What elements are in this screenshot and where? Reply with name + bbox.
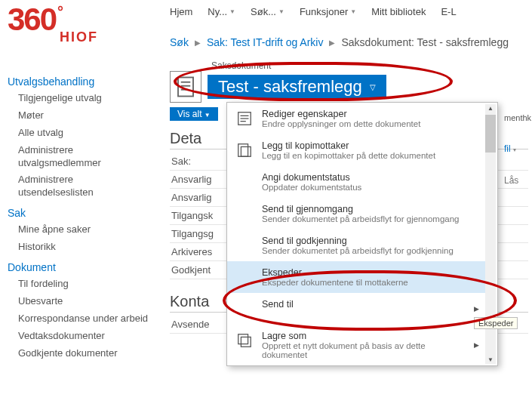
sidebar-item[interactable]: Mine åpne saker <box>18 223 151 236</box>
chevron-right-icon: ▶ <box>474 341 479 349</box>
menu-title: Rediger egenskaper <box>262 109 420 119</box>
menu-desc: Legg til en kopimottaker på dette dokume… <box>262 151 435 160</box>
sidebar-item[interactable]: Korrespondanse under arbeid <box>18 313 151 325</box>
sidebar-section-sak[interactable]: Sak <box>8 207 151 219</box>
right-frag-fil[interactable]: fil ▾ <box>504 143 530 154</box>
menu-title: Send til gjennomgang <box>262 204 459 214</box>
menu-desc: Ekspeder dokumentene til mottakerne <box>262 278 408 287</box>
doc-title-row: Test - saksfremlegg ▽ <box>170 71 528 103</box>
menu-desc: Sender dokumentet på arbeidsflyt for god… <box>262 246 454 255</box>
sidebar-item[interactable]: Vedtaksdokumenter <box>18 330 151 343</box>
right-frag: Lås <box>504 175 530 186</box>
chevron-down-icon: ▼ <box>204 112 211 119</box>
vis-alt-button[interactable]: Vis alt ▼ <box>170 107 218 121</box>
sidebar-item[interactable]: Godkjente dokumenter <box>18 347 151 360</box>
breadcrumb-current: Saksdokument: Test - saksfremlegg <box>341 36 509 48</box>
properties-icon <box>235 109 254 128</box>
nav-label: Mitt bibliotek <box>371 6 426 17</box>
sidebar-item[interactable]: Administrere utsendelseslisten <box>18 174 151 199</box>
nav-mitt-bibliotek[interactable]: Mitt bibliotek <box>371 6 426 17</box>
nav-sok[interactable]: Søk...▼ <box>251 6 284 17</box>
document-icon <box>170 71 201 103</box>
nav-label: Funksjoner <box>300 6 348 17</box>
right-frag: menthk <box>504 113 530 122</box>
nav-label: Ny... <box>208 6 227 17</box>
scroll-up-icon[interactable]: ▲ <box>485 105 496 112</box>
chevron-right-icon: ▶ <box>195 39 201 47</box>
sidebar-item[interactable]: Alle utvalg <box>18 127 151 140</box>
sidebar-item[interactable]: Møter <box>18 109 151 122</box>
logo: 360° HIOF <box>8 4 143 45</box>
degree-icon: ° <box>57 3 62 20</box>
menu-rediger-egenskaper[interactable]: Rediger egenskaperEndre opplysninger om … <box>227 103 487 134</box>
top-nav: Hjem Ny...▼ Søk...▼ Funksjoner▼ Mitt bib… <box>170 6 528 17</box>
chevron-down-icon: ▼ <box>350 8 356 15</box>
sidebar-item[interactable]: Ubesvarte <box>18 295 151 308</box>
sidebar: Utvalgsbehandling Tilgjengelige utvalg M… <box>8 68 151 364</box>
chevron-down-icon: ▽ <box>370 83 376 91</box>
nav-hjem[interactable]: Hjem <box>170 6 192 17</box>
menu-desc: Opprett et nytt dokument på basis av det… <box>262 341 466 359</box>
menu-send-til-godkjenning[interactable]: Send til godkjenningSender dokumentet på… <box>227 230 487 261</box>
sidebar-item[interactable]: Tilgjengelige utvalg <box>18 92 151 105</box>
sidebar-item[interactable]: Til fordeling <box>18 278 151 291</box>
breadcrumb-sak[interactable]: Sak: Test IT-drift og Arkiv <box>207 36 324 48</box>
sidebar-section-dokument[interactable]: Dokument <box>8 261 151 273</box>
chevron-right-icon: ▶ <box>474 305 479 313</box>
menu-desc: Sender dokumentet på arbeidsflyt for gje… <box>262 214 459 223</box>
nav-el[interactable]: E-L <box>441 6 456 17</box>
sidebar-item[interactable]: Administrere utvalgsmedlemmer <box>18 144 151 170</box>
menu-lagre-som[interactable]: Lagre somOpprett et nytt dokument på bas… <box>227 325 487 365</box>
vis-alt-label: Vis alt <box>177 109 201 119</box>
svg-rect-8 <box>238 144 248 157</box>
menu-title: Ekspeder <box>262 267 408 278</box>
doc-title-text: Test - saksfremlegg <box>218 77 362 97</box>
logo-brand-text: 360 <box>8 2 56 37</box>
menu-desc: Oppdater dokumentstatus <box>262 183 361 192</box>
menu-title: Angi dokumentstatus <box>262 172 361 183</box>
scroll-down-icon[interactable]: ▼ <box>485 356 496 363</box>
svg-rect-10 <box>238 334 248 344</box>
copy-recipient-icon <box>235 140 254 160</box>
save-as-icon <box>235 331 254 350</box>
breadcrumb-sok[interactable]: Søk <box>170 36 189 48</box>
right-strip: menthk fil ▾ Lås <box>504 113 530 207</box>
chevron-down-icon: ▼ <box>229 8 235 15</box>
chevron-down-icon: ▼ <box>278 8 284 15</box>
context-menu: Rediger egenskaperEndre opplysninger om … <box>226 102 498 366</box>
menu-title: Send til godkjenning <box>262 236 454 246</box>
menu-send-til-gjennomgang[interactable]: Send til gjennomgangSender dokumentet på… <box>227 198 487 230</box>
menu-ekspeder[interactable]: EkspederEkspeder dokumentene til mottake… <box>227 261 487 293</box>
menu-title: Send til <box>262 299 294 310</box>
doc-title[interactable]: Test - saksfremlegg ▽ <box>208 75 386 99</box>
nav-label: E-L <box>441 6 456 17</box>
menu-send-til[interactable]: Send til ▶ <box>227 293 487 325</box>
nav-ny[interactable]: Ny...▼ <box>208 6 235 17</box>
menu-title: Legg til kopimottaker <box>262 140 435 151</box>
menu-title: Lagre som <box>262 331 466 341</box>
chevron-right-icon: ▶ <box>329 39 335 47</box>
menu-desc: Endre opplysninger om dette dokumentet <box>262 119 420 128</box>
nav-label: Søk... <box>251 6 276 17</box>
menu-legg-til-kopimottaker[interactable]: Legg til kopimottakerLegg til en kopimot… <box>227 134 487 166</box>
chevron-down-icon: ▾ <box>513 146 516 153</box>
nav-label: Hjem <box>170 6 192 17</box>
menu-angi-dokumentstatus[interactable]: Angi dokumentstatusOppdater dokumentstat… <box>227 166 487 198</box>
nav-funksjoner[interactable]: Funksjoner▼ <box>300 6 356 17</box>
scroll-thumb[interactable] <box>485 115 496 153</box>
svg-rect-0 <box>178 78 193 97</box>
sidebar-item[interactable]: Historikk <box>18 241 151 254</box>
svg-rect-11 <box>241 337 251 347</box>
breadcrumb: Søk ▶ Sak: Test IT-drift og Arkiv ▶ Saks… <box>170 36 528 48</box>
fil-label: fil <box>504 143 511 154</box>
doc-type-label: Saksdokument <box>211 60 528 71</box>
svg-rect-9 <box>241 146 251 156</box>
sidebar-section-utvalg[interactable]: Utvalgsbehandling <box>8 75 151 88</box>
tooltip-ekspeder: Ekspeder <box>474 317 518 329</box>
